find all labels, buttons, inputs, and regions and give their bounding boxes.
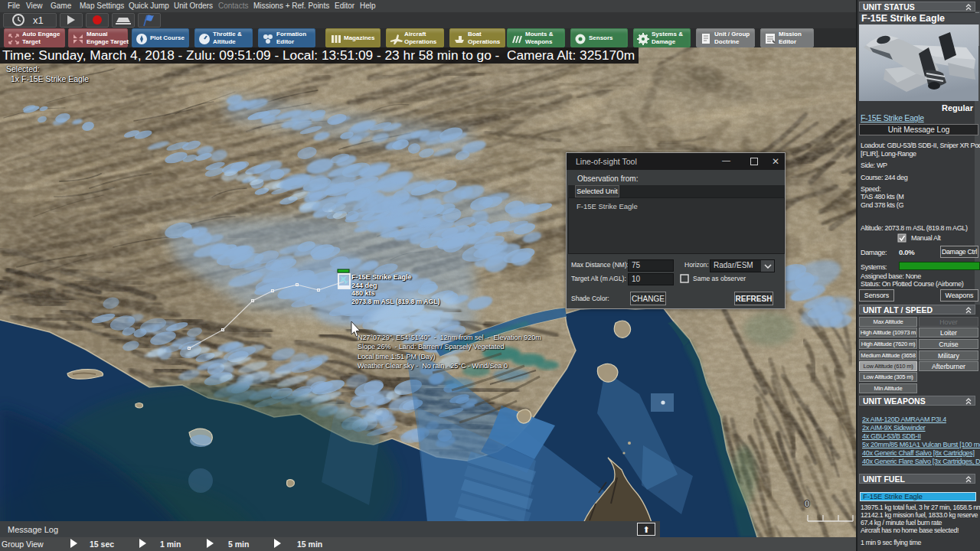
svg-text:x1: x1	[33, 15, 44, 26]
svg-text:0: 0	[805, 499, 809, 508]
